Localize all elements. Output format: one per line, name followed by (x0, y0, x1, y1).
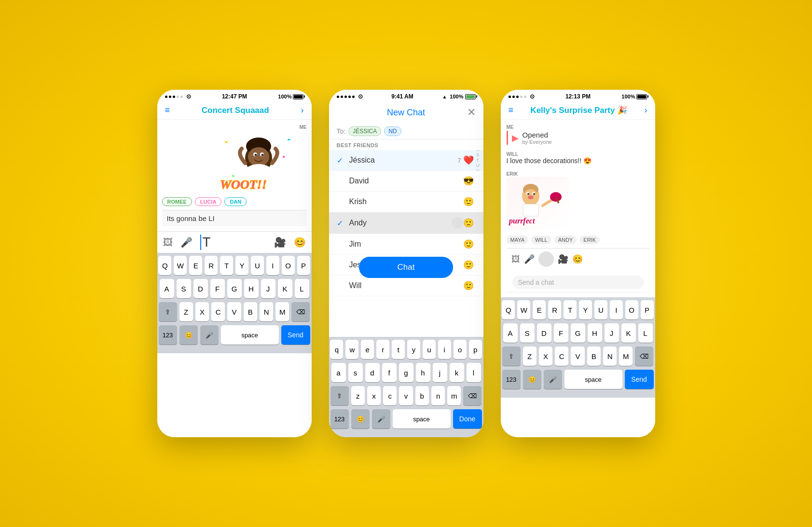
key3-M[interactable]: M (619, 347, 633, 366)
key2-h[interactable]: h (416, 363, 430, 382)
key2-z[interactable]: z (351, 386, 365, 405)
key-B[interactable]: B (244, 302, 257, 321)
chat-button-overlay[interactable]: Chat (359, 257, 454, 278)
key-emoji-1[interactable]: 😊 (179, 325, 198, 345)
key-H[interactable]: H (244, 279, 259, 298)
key3-A[interactable]: A (503, 323, 518, 343)
chevron-button-3[interactable]: › (645, 105, 647, 115)
key-space-1[interactable]: space (221, 325, 279, 345)
key2-w[interactable]: w (345, 340, 358, 359)
key3-emoji[interactable]: 😊 (523, 370, 541, 389)
key2-d[interactable]: d (365, 363, 380, 382)
video-icon-3[interactable]: 🎥 (558, 254, 568, 264)
key3-space[interactable]: space (564, 370, 622, 389)
mic-icon-1[interactable]: 🎤 (180, 236, 193, 248)
key3-S[interactable]: S (520, 323, 535, 343)
key3-K[interactable]: K (621, 323, 636, 343)
key3-L[interactable]: L (638, 323, 653, 343)
key2-y[interactable]: y (407, 340, 420, 359)
chat-input-bar-1[interactable]: Its gonna be LI (162, 210, 307, 226)
key-A[interactable]: A (160, 279, 174, 298)
chat-button[interactable]: Chat (359, 257, 454, 278)
contact-jessica[interactable]: ✓ Jéssica 7 ❤️ QRSTUVW (329, 150, 483, 171)
key3-N[interactable]: N (603, 347, 617, 366)
key-Y[interactable]: Y (235, 256, 248, 275)
key3-123[interactable]: 123 (502, 370, 521, 389)
key-Q[interactable]: Q (158, 256, 171, 275)
key-R[interactable]: R (205, 256, 218, 275)
key3-I[interactable]: I (610, 300, 623, 319)
key3-R[interactable]: R (548, 300, 561, 319)
key2-e[interactable]: e (361, 340, 374, 359)
key3-H[interactable]: H (588, 323, 602, 343)
key-L[interactable]: L (295, 279, 309, 298)
key3-V[interactable]: V (571, 347, 584, 366)
key3-backspace[interactable]: ⌫ (635, 347, 653, 366)
chevron-button-1[interactable]: › (301, 105, 304, 115)
key3-P[interactable]: P (641, 300, 654, 319)
key2-u[interactable]: u (423, 340, 436, 359)
contact-krish[interactable]: Krish 🙂 (329, 192, 483, 212)
key3-W[interactable]: W (517, 300, 530, 319)
key-O[interactable]: O (282, 256, 295, 275)
key2-space[interactable]: space (393, 409, 451, 429)
key3-mic[interactable]: 🎤 (544, 370, 562, 389)
key3-O[interactable]: O (625, 300, 638, 319)
key2-g[interactable]: g (399, 363, 413, 382)
key2-p[interactable]: p (469, 340, 482, 359)
contact-jim[interactable]: Jim 🙂 (329, 234, 483, 255)
key2-backspace[interactable]: ⌫ (463, 386, 482, 405)
key-backspace-1[interactable]: ⌫ (291, 302, 310, 321)
key2-k[interactable]: k (450, 363, 464, 382)
key-123-1[interactable]: 123 (159, 325, 177, 345)
key2-l[interactable]: l (467, 363, 481, 382)
key2-x[interactable]: x (367, 386, 381, 405)
key-mic-1[interactable]: 🎤 (200, 325, 219, 345)
key-G[interactable]: G (227, 279, 242, 298)
key2-r[interactable]: r (376, 340, 389, 359)
key2-i[interactable]: i (438, 340, 451, 359)
key-S[interactable]: S (177, 279, 191, 298)
key3-B[interactable]: B (587, 347, 601, 366)
video-icon-1[interactable]: 🎥 (274, 236, 286, 248)
key-Z[interactable]: Z (179, 302, 193, 321)
key-U[interactable]: U (251, 256, 264, 275)
close-button[interactable]: ✕ (467, 106, 476, 119)
key2-j[interactable]: j (433, 363, 447, 382)
emoji-icon-toolbar-1[interactable]: 😊 (294, 236, 306, 248)
menu-button-1[interactable]: ≡ (165, 105, 170, 115)
andy-toggle[interactable] (452, 217, 463, 229)
key-M[interactable]: M (275, 302, 289, 321)
key3-F[interactable]: F (554, 323, 568, 343)
key-V[interactable]: V (227, 302, 241, 321)
key3-E[interactable]: E (533, 300, 546, 319)
key3-Y[interactable]: Y (579, 300, 592, 319)
key-K[interactable]: K (278, 279, 292, 298)
key3-shift[interactable]: ⇧ (502, 347, 521, 366)
key2-f[interactable]: f (382, 363, 397, 382)
key2-shift[interactable]: ⇧ (330, 386, 349, 405)
key3-C[interactable]: C (555, 347, 568, 366)
key-D[interactable]: D (193, 279, 208, 298)
contact-andy[interactable]: ✓ Andy 🙂 (329, 212, 483, 234)
key-P[interactable]: P (297, 256, 310, 275)
key3-G[interactable]: G (571, 323, 585, 343)
key-N[interactable]: N (260, 302, 273, 321)
key-T[interactable]: T (220, 256, 233, 275)
emoji-icon-3[interactable]: 😊 (572, 254, 583, 264)
chat-input-text-1[interactable]: Its gonna be LI (167, 214, 302, 222)
send-chat-input[interactable]: Send a chat (512, 276, 644, 289)
key3-Z[interactable]: Z (523, 347, 537, 366)
key-X[interactable]: X (195, 302, 209, 321)
send-circle[interactable] (538, 251, 554, 267)
key2-123[interactable]: 123 (330, 409, 349, 429)
key2-done[interactable]: Done (453, 409, 482, 429)
key2-b[interactable]: b (415, 386, 429, 405)
key2-n[interactable]: n (431, 386, 445, 405)
key-E[interactable]: E (189, 256, 202, 275)
contact-will[interactable]: Will 🙂 (329, 276, 483, 296)
key3-U[interactable]: U (594, 300, 607, 319)
image-icon-3[interactable]: 🖼 (511, 254, 520, 264)
key-J[interactable]: J (261, 279, 275, 298)
key2-mic[interactable]: 🎤 (372, 409, 390, 429)
